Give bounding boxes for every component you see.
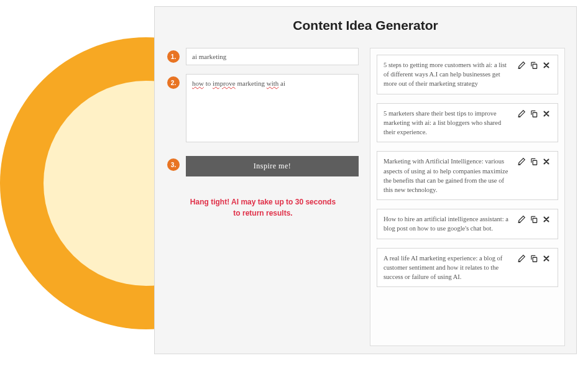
svg-rect-1: [533, 112, 536, 117]
topic-input[interactable]: [186, 48, 359, 65]
result-card: 5 steps to getting more customers with a…: [377, 55, 558, 94]
result-text: Marketing with Artificial Intelligence: …: [384, 157, 512, 194]
edit-icon[interactable]: [517, 254, 526, 263]
copy-icon[interactable]: [529, 214, 539, 224]
generator-panel: Content Idea Generator 1. 2. how to impr…: [154, 6, 577, 354]
edit-icon[interactable]: [517, 157, 526, 167]
close-icon[interactable]: [541, 254, 551, 263]
close-icon[interactable]: [541, 60, 551, 70]
step-2-badge: 2.: [167, 76, 180, 89]
inspire-button[interactable]: Inspire me!: [186, 156, 359, 176]
step-2-row: 2. how to improve marketing with ai: [167, 74, 359, 142]
result-actions: [517, 157, 551, 167]
result-text: 5 marketers share their best tips to imp…: [384, 109, 512, 137]
results-column: 5 steps to getting more customers with a…: [370, 48, 565, 346]
result-card: A real life AI marketing experience: a b…: [377, 248, 558, 288]
step-1-row: 1.: [167, 48, 359, 65]
svg-rect-4: [533, 257, 536, 262]
result-card: 5 marketers share their best tips to imp…: [377, 103, 558, 143]
copy-icon[interactable]: [529, 60, 539, 70]
loading-message: Hang tight! AI may take up to 30 seconds…: [167, 196, 359, 219]
close-icon[interactable]: [541, 109, 551, 119]
result-actions: [517, 214, 551, 224]
description-input[interactable]: how to improve marketing with ai: [186, 74, 359, 142]
edit-icon[interactable]: [517, 214, 526, 224]
step-1-badge: 1.: [167, 50, 180, 63]
edit-icon[interactable]: [517, 109, 526, 119]
result-text: How to hire an artificial intelligence a…: [384, 214, 512, 233]
svg-rect-2: [533, 161, 536, 165]
result-card: Marketing with Artificial Intelligence: …: [377, 151, 558, 200]
copy-icon[interactable]: [529, 254, 539, 263]
close-icon[interactable]: [541, 214, 551, 224]
result-text: 5 steps to getting more customers with a…: [384, 60, 512, 89]
copy-icon[interactable]: [529, 109, 539, 119]
input-column: 1. 2. how to improve marketing with ai 3…: [166, 48, 359, 346]
result-actions: [517, 60, 551, 70]
page-title: Content Idea Generator: [166, 18, 565, 33]
copy-icon[interactable]: [529, 157, 539, 167]
result-text: A real life AI marketing experience: a b…: [384, 254, 512, 282]
svg-rect-0: [533, 64, 536, 68]
step-3-row: 3. Inspire me!: [167, 156, 359, 176]
step-3-badge: 3.: [167, 158, 180, 171]
result-actions: [517, 254, 551, 263]
edit-icon[interactable]: [517, 60, 526, 70]
close-icon[interactable]: [541, 157, 551, 167]
svg-rect-3: [533, 218, 536, 222]
result-actions: [517, 109, 551, 119]
result-card: How to hire an artificial intelligence a…: [377, 209, 558, 239]
